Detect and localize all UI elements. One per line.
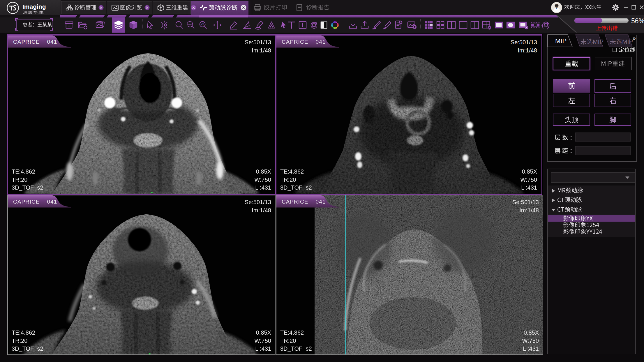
- svg-text:x2: x2: [201, 23, 204, 26]
